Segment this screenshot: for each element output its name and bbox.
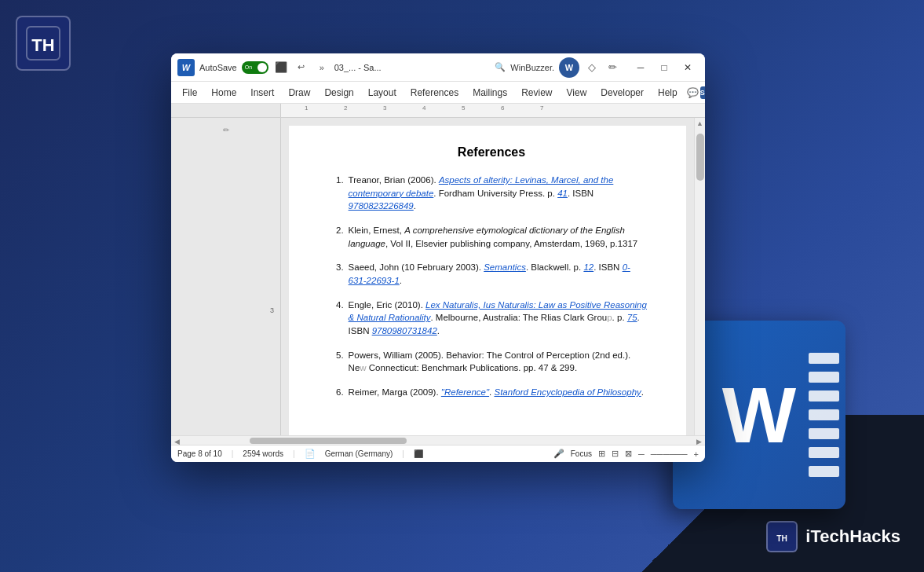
- pen-icon[interactable]: ✏: [604, 60, 620, 75]
- ref-text-6: Reimer, Marga (2009). "Reference". Stanf…: [349, 386, 647, 399]
- close-button[interactable]: ✕: [677, 60, 699, 75]
- ref-link-4[interactable]: Lex Naturalis, Ius Naturalis: Law as Pos…: [349, 300, 647, 323]
- hscroll-left-arrow[interactable]: ◀: [174, 438, 180, 446]
- menu-design[interactable]: Design: [318, 85, 360, 101]
- autosave-toggle[interactable]: On: [242, 61, 268, 74]
- ref-text-5: Powers, William (2005). Behavior: The Co…: [349, 349, 647, 375]
- brand-name: iTechHacks: [805, 526, 900, 547]
- menu-mailings[interactable]: Mailings: [466, 85, 513, 101]
- menu-help[interactable]: Help: [652, 85, 684, 101]
- ref-item-1: 1. Treanor, Brian (2006). Aspects of alt…: [336, 174, 647, 213]
- logo-top-left: TH: [16, 16, 71, 71]
- status-bar: Page 8 of 10 | 2594 words | 📄 German (Ge…: [171, 445, 705, 462]
- menu-developer[interactable]: Developer: [594, 85, 650, 101]
- page-content: References 1. Treanor, Brian (2006). Asp…: [281, 118, 694, 435]
- ruler-mark-3: 3: [383, 104, 386, 112]
- ref-num-3: 3.: [336, 261, 344, 287]
- word-line-2: [809, 372, 839, 383]
- ruler-left-margin: [171, 104, 281, 117]
- svg-text:TH: TH: [777, 534, 788, 543]
- ref-text-4: Engle, Eric (2010). Lex Naturalis, Ius N…: [349, 299, 647, 338]
- menu-layout[interactable]: Layout: [362, 85, 403, 101]
- word-line-4: [809, 409, 839, 420]
- ref-item-3: 3. Saeed, John (10 February 2003). Seman…: [336, 261, 647, 287]
- ref-item-5: 5. Powers, William (2005). Behavior: The…: [336, 349, 647, 375]
- brand-logo-icon: TH: [766, 521, 798, 552]
- scroll-up-arrow[interactable]: ▲: [695, 119, 705, 127]
- status-right: 🎤 Focus ⊞ ⊟ ⊠ ─ ────── +: [553, 449, 699, 459]
- check-icon: 📄: [305, 449, 316, 459]
- view-print-icon[interactable]: ⊟: [612, 449, 619, 459]
- menu-bar: File Home Insert Draw Design Layout Refe…: [171, 82, 705, 104]
- comment-icon[interactable]: 💬: [687, 85, 699, 101]
- language-flag: ⬛: [414, 449, 423, 458]
- menu-references[interactable]: References: [404, 85, 465, 101]
- undo-icon[interactable]: ↩: [294, 60, 309, 75]
- more-icon[interactable]: »: [314, 60, 330, 75]
- toggle-on-label: On: [245, 64, 252, 70]
- word-line-7: [809, 466, 839, 477]
- word-line-1: [809, 353, 839, 364]
- view-normal-icon[interactable]: ⊞: [598, 449, 605, 459]
- speech-icon[interactable]: 🎤: [553, 449, 564, 459]
- references-heading: References: [336, 145, 647, 160]
- ref-link-6[interactable]: "Reference": [441, 387, 489, 397]
- status-divider-1: |: [232, 449, 234, 458]
- svg-text:TH: TH: [31, 35, 54, 55]
- menu-review[interactable]: Review: [515, 85, 558, 101]
- menu-view[interactable]: View: [561, 85, 593, 101]
- word-letter-w: W: [722, 376, 796, 454]
- page-indicator: Page 8 of 10: [177, 449, 222, 458]
- ribbon-share-button[interactable]: Share: [700, 86, 705, 99]
- references-list: 1. Treanor, Brian (2006). Aspects of alt…: [336, 174, 647, 399]
- ref-num-6: 6.: [336, 386, 344, 399]
- word-line-5: [809, 428, 839, 439]
- maximize-button[interactable]: □: [653, 60, 675, 75]
- hscroll-right-arrow[interactable]: ▶: [696, 438, 702, 446]
- ruler-mark-1: 1: [305, 104, 308, 112]
- word-count: 2594 words: [243, 449, 283, 458]
- hscroll-thumb[interactable]: [250, 438, 407, 444]
- ruler-content: 1 2 3 4 5 6 7: [281, 104, 705, 117]
- ref-link-3[interactable]: Semantics: [484, 262, 526, 272]
- ref-item-2: 2. Klein, Ernest, A comprehensive etymol…: [336, 224, 647, 250]
- menu-file[interactable]: File: [176, 85, 203, 101]
- brand-bottom-right: TH iTechHacks: [766, 521, 900, 552]
- word-line-6: [809, 447, 839, 458]
- zoom-out-icon[interactable]: ─: [638, 449, 645, 459]
- ref-link-1[interactable]: Aspects of alterity: Levinas, Marcel, an…: [349, 175, 614, 198]
- user-avatar: W: [559, 57, 579, 78]
- status-divider-3: |: [402, 449, 404, 458]
- focus-label[interactable]: Focus: [571, 449, 592, 458]
- search-icon: 🔍: [495, 62, 506, 72]
- language: German (Germany): [325, 449, 393, 458]
- vertical-scrollbar[interactable]: ▲: [694, 118, 705, 435]
- autosave-label: AutoSave: [199, 63, 237, 72]
- horizontal-scrollbar[interactable]: ◀ ▶: [171, 435, 705, 445]
- status-divider-2: |: [293, 449, 295, 458]
- document-area: ✏ 3 References 1. Treanor, Brian (2006).…: [171, 118, 705, 435]
- menu-home[interactable]: Home: [205, 85, 243, 101]
- zoom-slider[interactable]: ──────: [651, 449, 688, 459]
- menu-insert[interactable]: Insert: [244, 85, 280, 101]
- ref-num-4: 4.: [336, 299, 344, 338]
- ruler-mark-4: 4: [422, 104, 425, 112]
- ruler-mark-5: 5: [462, 104, 465, 112]
- search-area[interactable]: 🔍: [495, 62, 506, 72]
- ruler-mark-2: 2: [344, 104, 347, 112]
- view-web-icon[interactable]: ⊠: [625, 449, 632, 459]
- menu-draw[interactable]: Draw: [282, 85, 316, 101]
- title-bar: W AutoSave On ⬛ ↩ » 03_... - Sa... 🔍 Win…: [171, 53, 705, 82]
- window-controls: ─ □ ✕: [630, 60, 699, 75]
- save-icon[interactable]: ⬛: [273, 60, 289, 75]
- scroll-thumb[interactable]: [696, 134, 704, 181]
- minimize-button[interactable]: ─: [630, 60, 652, 75]
- diamond-icon[interactable]: ◇: [584, 60, 600, 75]
- page-paper: References 1. Treanor, Brian (2006). Asp…: [289, 126, 686, 435]
- ref-num-5: 5.: [336, 349, 344, 375]
- word-logo: W: [177, 59, 195, 76]
- ref-text-3: Saeed, John (10 February 2003). Semantic…: [349, 261, 647, 287]
- ruler: 1 2 3 4 5 6 7: [171, 104, 705, 118]
- ref-item-4: 4. Engle, Eric (2010). Lex Naturalis, Iu…: [336, 299, 647, 338]
- zoom-in-icon[interactable]: +: [694, 449, 699, 459]
